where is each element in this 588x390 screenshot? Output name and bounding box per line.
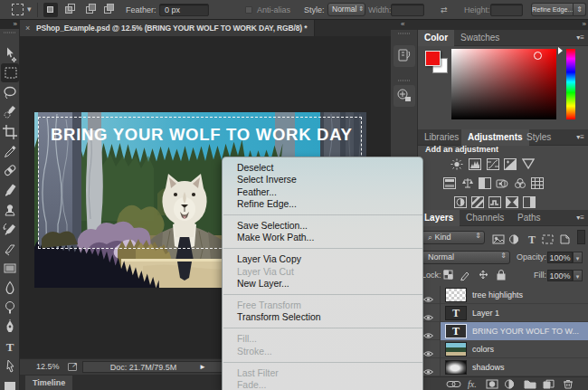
svg-text:T: T (528, 233, 536, 245)
svg-text:fx.: fx. (468, 379, 477, 389)
svg-text:T: T (6, 340, 14, 354)
